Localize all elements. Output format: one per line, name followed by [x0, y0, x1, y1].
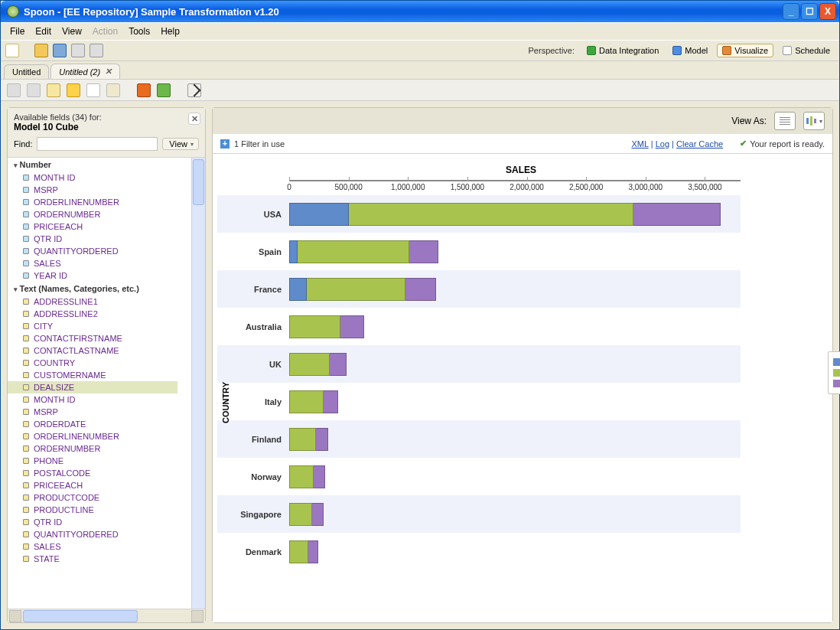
- menu-edit[interactable]: Edit: [31, 24, 56, 38]
- field-item[interactable]: COUNTRY: [8, 357, 177, 369]
- app-icon: [7, 5, 19, 18]
- field-item[interactable]: PHONE: [8, 455, 177, 467]
- field-item[interactable]: QUANTITYORDERED: [8, 528, 177, 540]
- field-item[interactable]: STATE: [8, 553, 177, 565]
- filters-in-use[interactable]: 1 Filter in use: [234, 139, 285, 149]
- vertical-scrollbar[interactable]: [191, 158, 205, 609]
- perspective-data-integration[interactable]: Data Integration: [582, 44, 663, 57]
- perspective-visualize[interactable]: Visualize: [717, 44, 773, 57]
- xaxis: 0500,0001,000,0001,500,0002,000,0002,500…: [289, 180, 741, 195]
- sales-by-country-chart: SALES 0500,0001,000,0001,500,0002,000,00…: [217, 168, 825, 610]
- field-item[interactable]: MSRP: [8, 184, 177, 196]
- fields-view-button[interactable]: View▾: [162, 138, 199, 150]
- close-tab-icon[interactable]: ✕: [105, 67, 112, 77]
- field-item[interactable]: QTR ID: [8, 233, 177, 245]
- chart-row: USA: [217, 195, 741, 233]
- field-item[interactable]: SALES: [8, 540, 177, 553]
- perspective-schedule[interactable]: Schedule: [778, 44, 835, 57]
- perspective-model[interactable]: Model: [668, 44, 712, 57]
- layout-icon[interactable]: [47, 83, 60, 97]
- view-chart-button[interactable]: ▾: [803, 112, 825, 130]
- scroll-left-icon[interactable]: [9, 610, 21, 622]
- field-item[interactable]: CITY: [8, 320, 177, 332]
- filter-icon[interactable]: [67, 83, 80, 97]
- link-clear-cache[interactable]: Clear Cache: [676, 139, 723, 149]
- editor-tabstrip: Untitled Untitled (2)✕: [1, 61, 839, 80]
- available-fields-panel: ✕ Available fields (34) for: Model 10 Cu…: [7, 107, 206, 623]
- chart-row: Singapore: [217, 495, 741, 533]
- editor-toolbar: [1, 80, 839, 101]
- field-item[interactable]: YEAR ID: [8, 269, 177, 282]
- menu-file[interactable]: File: [5, 24, 29, 38]
- view-table-button[interactable]: [774, 112, 796, 130]
- field-item[interactable]: MSRP: [8, 406, 177, 418]
- field-item[interactable]: QUANTITYORDERED: [8, 245, 177, 257]
- field-item[interactable]: PRODUCTCODE: [8, 491, 177, 504]
- paste-icon[interactable]: [106, 83, 120, 97]
- menu-action: Action: [88, 24, 122, 38]
- tab-untitled-1[interactable]: Untitled: [4, 64, 49, 79]
- field-item[interactable]: CONTACTLASTNAME: [8, 344, 177, 357]
- scroll-right-icon[interactable]: [191, 610, 203, 622]
- main-toolbar: Perspective: Data Integration Model Visu…: [1, 40, 839, 61]
- minimize-button[interactable]: _: [783, 3, 799, 20]
- field-item[interactable]: QTR ID: [8, 516, 177, 528]
- field-item[interactable]: MONTH ID: [8, 393, 177, 406]
- horizontal-scrollbar[interactable]: [8, 609, 205, 622]
- menubar: File Edit View Action Tools Help: [1, 22, 839, 40]
- panel-close-icon[interactable]: ✕: [188, 113, 200, 125]
- titlebar: Spoon - [EE Repository] Sample Transform…: [1, 1, 839, 22]
- explore-icon[interactable]: [53, 44, 67, 57]
- xaxis-title: SALES: [217, 165, 825, 175]
- field-item[interactable]: ADDRESSLINE2: [8, 308, 177, 320]
- refresh-icon[interactable]: [157, 83, 171, 97]
- report-status: ✔ Your report is ready.: [740, 139, 825, 149]
- field-item[interactable]: ADDRESSLINE1: [8, 295, 177, 308]
- chart-row: UK: [217, 345, 741, 383]
- field-item[interactable]: PRICEEACH: [8, 220, 177, 233]
- new-icon[interactable]: [5, 44, 19, 57]
- field-item[interactable]: ORDERNUMBER: [8, 208, 177, 220]
- field-item[interactable]: CUSTOMERNAME: [8, 369, 177, 381]
- close-button[interactable]: X: [819, 3, 836, 20]
- cube-icon[interactable]: [137, 83, 151, 97]
- field-list[interactable]: NumberMONTH IDMSRPORDERLINENUMBERORDERNU…: [8, 158, 191, 609]
- chart-row: Finland: [217, 420, 741, 458]
- field-item[interactable]: ORDERLINENUMBER: [8, 430, 177, 442]
- window-title: Spoon - [EE Repository] Sample Transform…: [24, 6, 279, 18]
- menu-view[interactable]: View: [57, 24, 86, 38]
- link-log[interactable]: Log: [656, 139, 669, 149]
- chart-row: Italy: [217, 383, 741, 420]
- field-item[interactable]: ORDERDATE: [8, 418, 177, 430]
- chart-row: France: [217, 270, 741, 308]
- field-item[interactable]: CONTACTFIRSTNAME: [8, 332, 177, 344]
- find-input[interactable]: [37, 137, 158, 151]
- field-item[interactable]: PRODUCTLINE: [8, 504, 177, 516]
- link-xml[interactable]: XML: [631, 139, 648, 149]
- field-item[interactable]: MONTH ID: [8, 171, 177, 184]
- save-icon[interactable]: [71, 44, 85, 57]
- clipboard-icon[interactable]: [86, 83, 100, 97]
- field-item[interactable]: ORDERNUMBER: [8, 442, 177, 455]
- chart-row: Denmark: [217, 533, 741, 570]
- forward-icon[interactable]: [27, 83, 41, 97]
- tab-untitled-2[interactable]: Untitled (2)✕: [50, 64, 120, 79]
- hscroll-thumb[interactable]: [23, 610, 138, 622]
- chart-legend: LargeMediumSmall: [828, 351, 840, 394]
- menu-tools[interactable]: Tools: [124, 24, 155, 38]
- menu-help[interactable]: Help: [156, 24, 184, 38]
- back-icon[interactable]: [7, 83, 21, 97]
- fields-header-prefix: Available fields (34) for:: [14, 113, 102, 122]
- saveas-icon[interactable]: [90, 44, 103, 57]
- chart-row: Spain: [217, 233, 741, 270]
- chart-row: Australia: [217, 308, 741, 345]
- maximize-button[interactable]: ☐: [801, 3, 818, 20]
- export-icon[interactable]: [187, 83, 201, 97]
- field-item[interactable]: SALES: [8, 257, 177, 269]
- field-item[interactable]: DEALSIZE: [8, 381, 177, 393]
- add-filter-icon[interactable]: +: [220, 139, 230, 149]
- field-item[interactable]: POSTALCODE: [8, 467, 177, 479]
- field-item[interactable]: ORDERLINENUMBER: [8, 196, 177, 208]
- field-item[interactable]: PRICEEACH: [8, 479, 177, 491]
- open-icon[interactable]: [34, 44, 48, 57]
